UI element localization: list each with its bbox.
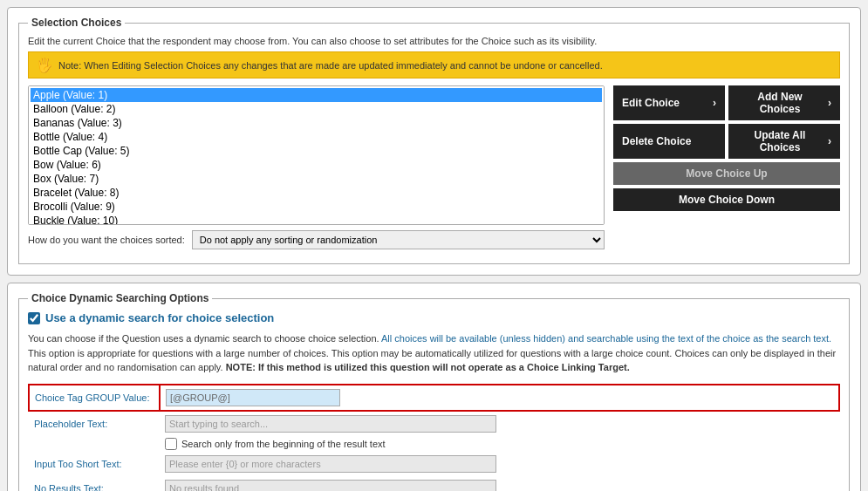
dynamic-search-form: Choice Tag GROUP Value: Placeholder Text…: [28, 384, 840, 492]
input-too-short-input[interactable]: [165, 455, 496, 473]
choices-listbox[interactable]: Apple (Value: 1)Balloon (Value: 2)Banana…: [28, 85, 605, 225]
update-all-choices-button[interactable]: Update All Choices ›: [728, 124, 840, 159]
search-beginning-input-cell: Search only from the beginning of the re…: [160, 436, 839, 452]
dynamic-searching-title: Choice Dynamic Searching Options: [28, 292, 212, 304]
choice-tag-group-input-cell: [160, 385, 839, 411]
no-results-row: No Results Text:: [29, 476, 839, 492]
input-too-short-row: Input Too Short Text:: [29, 452, 839, 476]
sort-select[interactable]: Do not apply any sorting or randomizatio…: [192, 230, 605, 249]
move-choice-up-button[interactable]: Move Choice Up: [613, 162, 840, 185]
choices-buttons: Edit Choice › Add New Choices › Delete C…: [613, 85, 840, 249]
sort-row: How do you want the choices sorted: Do n…: [28, 230, 605, 249]
search-beginning-label: Search only from the beginning of the re…: [181, 439, 386, 449]
choices-list-container: Apple (Value: 1)Balloon (Value: 2)Banana…: [28, 85, 605, 249]
middle-buttons-row: Delete Choice Update All Choices ›: [613, 124, 840, 159]
warning-box: 🖐 Note: When Editing Selection Choices a…: [28, 51, 840, 78]
choice-tag-group-input[interactable]: [166, 389, 340, 406]
move-up-row: Move Choice Up: [613, 162, 840, 185]
move-down-row: Move Choice Down: [613, 188, 840, 211]
selection-choices-panel: Selection Choices Edit the current Choic…: [7, 7, 861, 276]
placeholder-text-row: Placeholder Text:: [29, 411, 839, 436]
dynamic-search-checkbox[interactable]: [28, 312, 40, 324]
placeholder-text-input[interactable]: [165, 415, 496, 433]
no-results-input-cell: [160, 476, 839, 492]
top-buttons-row: Edit Choice › Add New Choices ›: [613, 85, 840, 120]
edit-choice-label: Edit Choice: [622, 97, 680, 109]
selection-choices-description: Edit the current Choice that the respond…: [28, 36, 840, 46]
choices-area: Apple (Value: 1)Balloon (Value: 2)Banana…: [28, 85, 840, 249]
delete-choice-button[interactable]: Delete Choice: [613, 124, 725, 159]
dynamic-searching-panel: Choice Dynamic Searching Options Use a d…: [7, 283, 861, 491]
update-all-choices-label: Update All Choices: [737, 129, 823, 153]
move-choice-up-label: Move Choice Up: [686, 167, 767, 180]
input-too-short-label: Input Too Short Text:: [29, 452, 160, 476]
add-new-choices-arrow: ›: [828, 97, 831, 109]
no-results-label: No Results Text:: [29, 476, 160, 492]
add-new-choices-label: Add New Choices: [737, 91, 823, 115]
search-beginning-row: Search only from the beginning of the re…: [29, 436, 839, 452]
selection-choices-title: Selection Choices: [28, 17, 125, 29]
no-results-input[interactable]: [165, 480, 496, 492]
input-too-short-input-cell: [160, 452, 839, 476]
move-choice-down-button[interactable]: Move Choice Down: [613, 188, 840, 211]
search-beginning-empty-label: [29, 436, 160, 452]
update-all-choices-arrow: ›: [828, 135, 831, 147]
move-choice-down-label: Move Choice Down: [679, 194, 775, 206]
warning-icon: 🖐: [36, 57, 53, 73]
dynamic-search-checkbox-row: Use a dynamic search for choice selectio…: [28, 311, 840, 324]
choice-tag-group-label: Choice Tag GROUP Value:: [29, 385, 160, 411]
placeholder-text-input-cell: [160, 411, 839, 436]
dynamic-search-checkbox-label: Use a dynamic search for choice selectio…: [45, 311, 274, 324]
placeholder-text-label: Placeholder Text:: [29, 411, 160, 436]
add-new-choices-button[interactable]: Add New Choices ›: [728, 85, 840, 120]
edit-choice-button[interactable]: Edit Choice ›: [613, 85, 725, 120]
search-beginning-checkbox[interactable]: [165, 438, 177, 450]
delete-choice-label: Delete Choice: [622, 135, 691, 147]
sort-label: How do you want the choices sorted:: [28, 235, 185, 245]
edit-choice-arrow: ›: [713, 97, 716, 109]
dynamic-search-info: You can choose if the Question uses a dy…: [28, 331, 840, 375]
warning-text: Note: When Editing Selection Choices any…: [58, 60, 603, 71]
choice-tag-group-row: Choice Tag GROUP Value:: [29, 385, 839, 411]
